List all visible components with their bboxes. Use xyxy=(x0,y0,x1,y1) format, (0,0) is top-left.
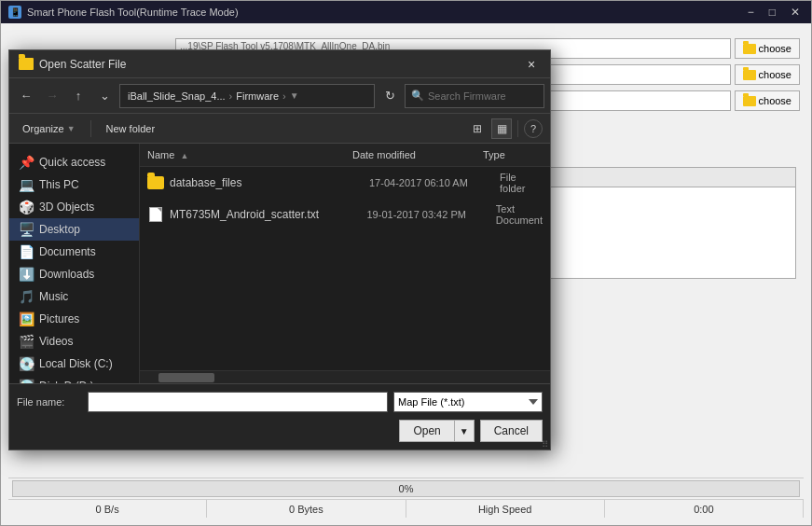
txt-icon-file xyxy=(149,207,162,222)
search-box: 🔍 xyxy=(405,84,544,108)
organize-dropdown-icon: ▼ xyxy=(67,124,76,133)
buttons-row: Open ▼ Cancel xyxy=(17,420,543,442)
progress-track: 0% xyxy=(12,480,800,497)
file-item-0[interactable]: database_files 17-04-2017 06:10 AM File … xyxy=(140,167,550,199)
dl-icon: ⬇️ xyxy=(19,267,34,282)
column-date[interactable]: Date modified xyxy=(345,147,475,162)
back-button[interactable]: ← xyxy=(15,85,37,107)
help-button[interactable]: ? xyxy=(524,119,543,138)
auth-choose-button[interactable]: choose xyxy=(735,64,800,85)
sidebar-item-downloads[interactable]: ⬇️ Downloads xyxy=(9,263,139,285)
app-icon: 📱 xyxy=(8,6,21,19)
open-button[interactable]: Open xyxy=(399,420,454,442)
close-button[interactable]: ✕ xyxy=(787,6,804,19)
sidebar-item-videos[interactable]: 🎬 Videos xyxy=(9,330,139,353)
search-icon: 🔍 xyxy=(411,90,424,102)
status-bytes: 0 Bytes xyxy=(207,500,406,518)
filename-row: File name: Map File (*.txt) xyxy=(17,392,543,412)
sort-arrow: ▲ xyxy=(180,151,188,160)
toolbar-separator xyxy=(90,120,91,137)
column-name[interactable]: Name ▲ xyxy=(140,147,345,162)
folder-icon-2 xyxy=(743,70,756,80)
filetype-select[interactable]: Map File (*.txt) xyxy=(393,392,543,412)
dialog-close-button[interactable]: × xyxy=(522,55,541,74)
view-details-button[interactable]: ⊞ xyxy=(467,118,488,139)
sidebar-item-pictures[interactable]: 🖼️ Pictures xyxy=(9,308,139,330)
file-list: Name ▲ Date modified Type xyxy=(140,144,550,383)
desktop-icon: 🖥️ xyxy=(19,222,34,237)
cancel-button[interactable]: Cancel xyxy=(480,420,543,442)
da-choose-button[interactable]: choose xyxy=(735,38,800,59)
scrollbar-thumb[interactable] xyxy=(158,373,214,382)
file-icon-0 xyxy=(147,175,164,190)
forward-button[interactable]: → xyxy=(41,85,63,107)
status-mode: High Speed xyxy=(406,500,605,518)
breadcrumb: iBall_Slide_Snap_4... › Firmware › ▼ xyxy=(119,84,375,108)
dialog-folder-icon xyxy=(19,58,34,70)
file-type-0: File folder xyxy=(500,172,543,194)
file-name-1: MT6735M_Android_scatter.txt xyxy=(170,208,367,221)
folder-icon-3 xyxy=(743,96,756,106)
file-date-1: 19-01-2017 03:42 PM xyxy=(367,209,496,220)
scrollbar-track xyxy=(140,371,550,383)
pin-icon: 📌 xyxy=(19,155,34,170)
sidebar: 📌 Quick access 💻 This PC 🎲 3D Objects xyxy=(9,144,140,383)
dialog-title: Open Scatter File xyxy=(39,58,126,71)
filename-input[interactable] xyxy=(88,392,388,412)
file-items: database_files 17-04-2017 06:10 AM File … xyxy=(140,167,550,370)
organize-button[interactable]: Organize ▼ xyxy=(17,120,81,137)
open-btn-group: Open ▼ xyxy=(399,420,474,442)
maximize-button[interactable]: □ xyxy=(765,6,779,19)
folder-icon xyxy=(743,44,756,54)
search-input[interactable] xyxy=(428,90,557,102)
toolbar-sep-2 xyxy=(517,120,518,137)
file-item-1[interactable]: MT6735M_Android_scatter.txt 19-01-2017 0… xyxy=(140,199,550,230)
recent-button[interactable]: ⌄ xyxy=(93,85,116,107)
pc-icon: 💻 xyxy=(19,177,34,192)
file-name-0: database_files xyxy=(170,176,369,189)
sidebar-item-quick-access[interactable]: 📌 Quick access xyxy=(9,151,139,173)
disk-icon-c: 💽 xyxy=(19,356,34,371)
new-folder-button[interactable]: New folder xyxy=(101,120,161,137)
dialog-bottom: File name: Map File (*.txt) Open ▼ Cance… xyxy=(9,383,550,450)
sidebar-item-desktop[interactable]: 🖥️ Desktop xyxy=(9,218,139,241)
pics-icon: 🖼️ xyxy=(19,311,34,326)
minimize-button[interactable]: − xyxy=(744,6,758,19)
sidebar-item-3d-objects[interactable]: 🎲 3D Objects xyxy=(9,196,139,218)
file-dialog: Open Scatter File × ← → ↑ ⌄ iBall_Slide_… xyxy=(8,49,551,450)
filename-label: File name: xyxy=(17,396,82,408)
sidebar-item-documents[interactable]: 📄 Documents xyxy=(9,241,139,263)
folder-icon-file xyxy=(147,176,164,189)
file-type-1: Text Document xyxy=(496,203,543,226)
sidebar-item-local-disk-c[interactable]: 💽 Local Disk (C:) xyxy=(9,353,139,375)
horizontal-scrollbar[interactable] xyxy=(140,370,550,383)
file-date-0: 17-04-2017 06:10 AM xyxy=(369,177,500,188)
sidebar-item-music[interactable]: 🎵 Music xyxy=(9,285,139,308)
resize-grip[interactable]: ⠿ xyxy=(539,438,550,450)
breadcrumb-item-2[interactable]: Firmware xyxy=(236,90,279,102)
docs-icon: 📄 xyxy=(19,244,34,259)
sidebar-item-this-pc[interactable]: 💻 This PC xyxy=(9,173,139,196)
cert-choose-button[interactable]: choose xyxy=(735,90,800,111)
music-icon: 🎵 xyxy=(19,289,34,304)
open-dropdown-button[interactable]: ▼ xyxy=(455,420,475,442)
video-icon: 🎬 xyxy=(19,334,34,349)
status-speed: 0 B/s xyxy=(8,500,207,518)
column-type[interactable]: Type xyxy=(475,147,550,162)
refresh-button[interactable]: ↻ xyxy=(378,85,401,107)
progress-label: 0% xyxy=(13,481,799,496)
filelist-header: Name ▲ Date modified Type xyxy=(140,144,550,167)
breadcrumb-item-1[interactable]: iBall_Slide_Snap_4... xyxy=(128,90,226,102)
breadcrumb-dropdown[interactable]: ▼ xyxy=(290,90,299,101)
view-list-button[interactable]: ▦ xyxy=(491,118,512,139)
file-icon-1 xyxy=(147,207,164,222)
cube-icon: 🎲 xyxy=(19,200,34,215)
up-button[interactable]: ↑ xyxy=(67,85,89,107)
status-bar: 0 B/s 0 Bytes High Speed 0:00 xyxy=(8,499,804,518)
sidebar-item-disk-d[interactable]: 💽 Disk D (D:) xyxy=(9,375,139,383)
app-title: Smart Phone Flash Tool(Runtime Trace Mod… xyxy=(27,7,738,18)
status-time: 0:00 xyxy=(605,500,804,518)
sidebar-section-quickaccess: 📌 Quick access 💻 This PC 🎲 3D Objects xyxy=(9,151,139,383)
